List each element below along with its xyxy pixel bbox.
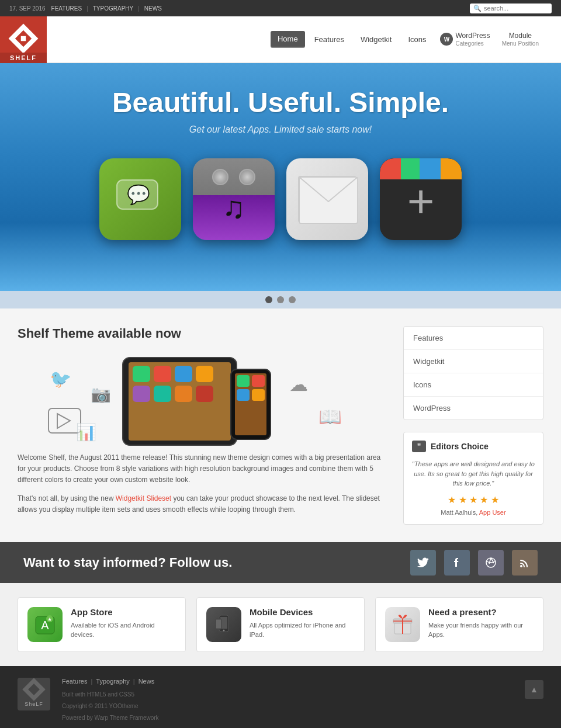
strip-red [380,158,401,179]
logo-diamond-inner [15,30,32,46]
reviewer-name: Matt Aalhuis, [441,509,477,516]
search-box: 🔍 [470,4,552,13]
nav-wordpress[interactable]: W WordPress Categories [435,28,494,50]
gift-icon [385,607,420,642]
sep2: | [138,5,140,12]
svg-point-34 [223,629,225,631]
footer-built: Built with HTML5 and CSS5 [62,689,513,699]
search-input[interactable] [484,5,548,12]
svg-rect-15 [175,386,192,402]
follow-text: Want to stay informed? Follow us. [23,555,232,570]
main-nav: Home Features Widgetkit Icons W WordPres… [271,28,543,50]
top-bar-link-features[interactable]: FEATURES [51,5,82,12]
sep1: | [86,5,88,12]
app-icon-music[interactable]: ♫ [193,158,275,240]
twitter-icon[interactable] [410,550,436,576]
nav-icons[interactable]: Icons [401,32,433,47]
footer: SheLF Features | Typography | News Built… [0,666,561,729]
feature-box-appstore: A ★ App Store Available for iOS and Andr… [18,597,186,652]
svg-rect-22 [252,389,265,401]
content-left: Shelf Theme available now 🐦 📷 [18,326,386,525]
svg-rect-14 [154,386,171,402]
dribbble-icon[interactable] [478,550,504,576]
footer-link-typography[interactable]: Typography [96,678,129,685]
strip-yellow [441,158,462,179]
header: SHELF Home Features Widgetkit Icons W Wo… [0,16,561,63]
quote-icon: " [412,441,426,452]
sidebar-item-features[interactable]: Features [404,327,543,350]
top-bar-links: FEATURES | TYPOGRAPHY | NEWS [51,5,162,12]
feature-box-gift: Need a present? Make your friends happy … [375,597,543,652]
footer-powered: Powered by Warp Theme Framework [62,713,513,723]
footer-nav: Features | Typography | News [62,678,513,685]
editors-quote: "These apps are well designed and easy t… [412,459,535,488]
sidebar-item-icons[interactable]: Icons [404,373,543,397]
footer-link-features[interactable]: Features [62,678,87,685]
top-bar-date: 17. SEP 2016 [9,5,46,12]
mail-body [298,176,356,223]
sidebar-menu: Features Widgetkit Icons WordPress [403,326,543,420]
feature-box-appstore-text: App Store Available for iOS and Android … [71,607,176,640]
nav-features[interactable]: Features [307,32,351,47]
mobile-text: All Apps optimized for iPhone and iPad. [250,620,355,640]
svg-rect-9 [133,366,150,382]
appstore-icon: A ★ [27,607,63,642]
gift-title: Need a present? [428,607,534,617]
main-content: Shelf Theme available now 🐦 📷 [0,308,561,542]
body-text-2: That's not all, by using the new Widgetk… [18,493,386,515]
search-icon: 🔍 [473,5,482,12]
app-icon-messages[interactable]: 💬 [99,158,181,240]
app-icon-plus[interactable]: + [380,158,462,240]
app-icons-row: 💬 ♫ [99,158,462,240]
device-illustration: 🐦 📷 [18,353,386,452]
reviewer-link[interactable]: App User [479,509,506,516]
top-bar-link-news[interactable]: NEWS [144,5,162,12]
svg-rect-19 [237,375,250,387]
feature-box-mobile: Mobile Devices All Apps optimized for iP… [196,597,365,652]
svg-marker-0 [19,33,29,43]
reviewer: Matt Aalhuis, App User [412,509,535,516]
footer-logo: SheLF [18,678,50,710]
body-text-1: Welcome Shelf, the August 2011 theme rel… [18,452,386,486]
footer-copyright: Copyright © 2011 YOOtheme [62,701,513,711]
logo-box: SHELF [0,16,47,63]
scroll-top-button[interactable]: ▲ [525,680,543,699]
sidebar-item-widgetkit[interactable]: Widgetkit [404,350,543,373]
footer-diamond-inner [28,684,40,695]
editors-choice-label: Editors Choice [431,442,489,451]
logo-ribbon: SHELF [0,53,47,63]
editors-choice-title: " Editors Choice [412,441,535,452]
dot-2[interactable] [277,296,284,303]
sidebar-item-wordpress[interactable]: WordPress [404,397,543,420]
body2-prefix: That's not all, by using the new [18,494,116,502]
svg-rect-20 [252,375,265,387]
widgetkit-link[interactable]: Widgetkit Slideset [116,494,171,502]
dot-1[interactable] [265,296,272,303]
nav-module[interactable]: Module Menu Position [497,28,543,50]
nav-widgetkit[interactable]: Widgetkit [354,32,399,47]
svg-marker-6 [57,414,70,428]
footer-logo-text: SheLF [25,701,43,707]
dot-3[interactable] [289,296,296,303]
top-bar-link-typography[interactable]: TYPOGRAPHY [93,5,133,12]
hero-section: Beautiful. Useful. Simple. Get our lates… [0,63,561,291]
mobile-title: Mobile Devices [250,607,355,617]
app-icon-mail[interactable] [286,158,368,240]
rss-icon[interactable] [512,550,538,576]
nav-home[interactable]: Home [271,31,305,48]
svg-point-27 [520,565,522,567]
footer-link-news[interactable]: News [138,678,155,685]
svg-rect-10 [154,366,171,382]
logo-area: SHELF [0,16,47,63]
social-icons [410,550,538,576]
facebook-icon[interactable] [444,550,470,576]
svg-rect-21 [237,389,250,401]
svg-text:☁: ☁ [289,374,308,395]
gift-text: Make your friends happy with our Apps. [428,620,534,640]
appstore-text: Available for iOS and Android devices. [71,620,176,640]
svg-text:★: ★ [47,616,52,622]
section-title: Shelf Theme available now [18,326,386,341]
footer-diamond-icon [22,678,46,701]
content-right: Features Widgetkit Icons WordPress " Edi… [403,326,543,525]
hero-subtitle: Get our latest Apps. Limited sale starts… [189,124,372,135]
